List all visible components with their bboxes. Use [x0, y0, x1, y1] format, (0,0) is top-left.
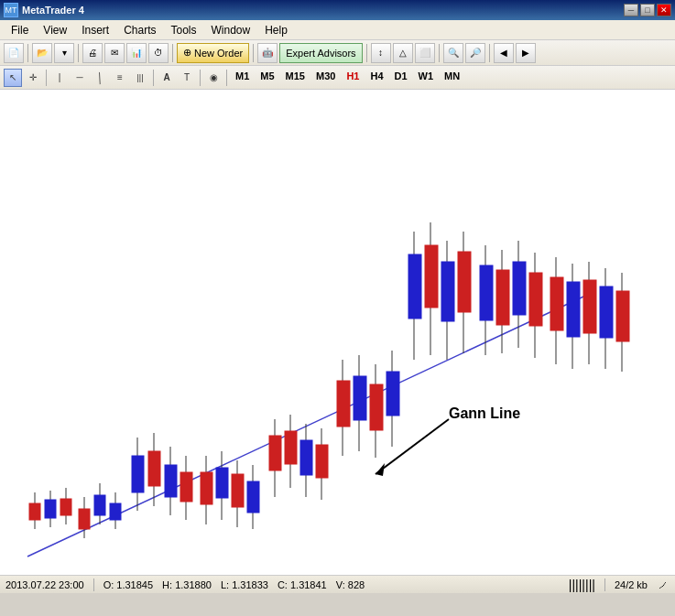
- svg-rect-9: [60, 499, 71, 515]
- timeframe-w1[interactable]: W1: [414, 70, 439, 86]
- hline-tool[interactable]: ─: [71, 69, 89, 87]
- menu-file[interactable]: File: [4, 22, 36, 38]
- open-button[interactable]: 📂: [32, 43, 52, 63]
- diagonal-icon: ⟋: [657, 578, 670, 592]
- maximize-button[interactable]: □: [640, 4, 655, 16]
- toolbar-drawing: ↖ ✛ | ─ ╱ ≡ ||| A T ◉ M1 M5 M15 M30 H1 H…: [0, 66, 675, 90]
- indicators-button[interactable]: ↕: [371, 43, 391, 63]
- status-bar: 2013.07.22 23:00 O: 1.31845 H: 1.31880 L…: [0, 575, 675, 593]
- new-chart-button[interactable]: 📄: [4, 43, 24, 63]
- gann-line-label: Gann Line: [449, 405, 520, 422]
- svg-rect-13: [94, 495, 105, 515]
- minimize-button[interactable]: ─: [624, 4, 638, 16]
- svg-rect-47: [386, 372, 399, 416]
- crosshair-tool[interactable]: ✛: [24, 69, 42, 87]
- vline-tool[interactable]: |: [50, 69, 69, 87]
- title-bar-text: MetaTrader 4: [22, 5, 84, 16]
- chart-area[interactable]: Gann Line: [0, 90, 675, 575]
- svg-rect-37: [300, 440, 312, 475]
- timeframe-h4[interactable]: H4: [365, 70, 387, 86]
- svg-rect-45: [370, 384, 383, 430]
- svg-rect-49: [408, 254, 421, 319]
- svg-rect-23: [180, 472, 192, 502]
- svg-rect-73: [616, 291, 629, 341]
- svg-rect-43: [354, 376, 366, 420]
- menu-view[interactable]: View: [36, 22, 74, 38]
- save-button[interactable]: ▾: [54, 43, 74, 63]
- text-tool[interactable]: A: [158, 69, 176, 87]
- fib-tool[interactable]: |||: [131, 69, 149, 87]
- status-datetime: 2013.07.22 23:00: [5, 579, 84, 590]
- report-button[interactable]: 📊: [126, 43, 147, 63]
- menu-window[interactable]: Window: [204, 22, 258, 38]
- timeframe-h1[interactable]: H1: [342, 70, 364, 86]
- zoom-in-button[interactable]: 🔍: [443, 43, 463, 63]
- separator: [366, 44, 367, 62]
- expert-advisors-button[interactable]: Expert Advisors: [279, 43, 362, 63]
- app-icon: MT: [4, 3, 18, 17]
- separator: [78, 44, 79, 62]
- separator: [253, 44, 254, 62]
- status-close: C: 1.31841: [278, 579, 327, 590]
- svg-rect-29: [232, 474, 244, 507]
- history-button[interactable]: ⏱: [148, 43, 169, 63]
- timeframe-mn[interactable]: MN: [440, 70, 464, 86]
- svg-rect-25: [201, 472, 212, 504]
- separator: [226, 70, 227, 86]
- trendline-tool[interactable]: ╱: [87, 65, 112, 90]
- toolbar-main: 📄 📂 ▾ 🖨 ✉ 📊 ⏱ ⊕ New Order 🤖 Expert Advis…: [0, 40, 675, 66]
- timeframe-m15[interactable]: M15: [281, 70, 310, 86]
- svg-rect-31: [247, 481, 259, 513]
- svg-rect-57: [480, 265, 493, 320]
- svg-rect-19: [148, 451, 160, 486]
- menu-help[interactable]: Help: [257, 22, 295, 38]
- robot-icon: 🤖: [257, 43, 278, 63]
- separator: [489, 44, 490, 62]
- chart-svg: [0, 90, 675, 575]
- title-bar-buttons: ─ □ ✕: [624, 4, 671, 16]
- print-button[interactable]: 🖨: [82, 43, 103, 63]
- separator: [93, 578, 94, 591]
- color-picker[interactable]: ◉: [204, 69, 223, 87]
- timeframe-m1[interactable]: M1: [231, 70, 254, 86]
- status-volume: V: 828: [336, 579, 365, 590]
- svg-rect-17: [132, 456, 144, 492]
- svg-rect-53: [441, 262, 454, 321]
- close-button[interactable]: ✕: [657, 4, 671, 16]
- svg-rect-7: [45, 500, 56, 518]
- new-order-button[interactable]: ⊕ New Order: [177, 43, 249, 63]
- channel-tool[interactable]: ≡: [111, 69, 129, 87]
- svg-rect-41: [337, 381, 350, 427]
- separator: [172, 44, 173, 62]
- email-button[interactable]: ✉: [104, 43, 125, 63]
- scroll-left-button[interactable]: ◀: [494, 43, 514, 63]
- svg-rect-5: [29, 503, 40, 520]
- status-open: O: 1.31845: [103, 579, 153, 590]
- svg-rect-67: [567, 282, 580, 337]
- templates-button[interactable]: ⬜: [415, 43, 435, 63]
- separator: [439, 44, 440, 62]
- svg-rect-35: [285, 431, 297, 464]
- objects-button[interactable]: △: [393, 43, 413, 63]
- zoom-out-button[interactable]: 🔎: [465, 43, 485, 63]
- menu-tools[interactable]: Tools: [164, 22, 204, 38]
- svg-rect-21: [165, 465, 177, 497]
- svg-rect-63: [529, 273, 542, 326]
- status-size: 24/2 kb: [615, 579, 648, 590]
- label-tool[interactable]: T: [178, 69, 196, 87]
- separator: [46, 70, 47, 86]
- svg-rect-51: [425, 245, 438, 308]
- arrow-tool[interactable]: ↖: [4, 69, 22, 87]
- timeframe-d1[interactable]: D1: [390, 70, 412, 86]
- volume-bars-icon: ||||||||: [569, 578, 595, 592]
- menu-insert[interactable]: Insert: [74, 22, 116, 38]
- svg-rect-65: [550, 277, 563, 330]
- menu-charts[interactable]: Charts: [116, 22, 163, 38]
- status-high: H: 1.31880: [162, 579, 212, 590]
- timeframe-m5[interactable]: M5: [256, 70, 278, 86]
- svg-rect-71: [600, 286, 613, 338]
- timeframe-m30[interactable]: M30: [311, 70, 340, 86]
- separator: [200, 70, 201, 86]
- svg-rect-59: [496, 270, 509, 325]
- scroll-right-button[interactable]: ▶: [516, 43, 536, 63]
